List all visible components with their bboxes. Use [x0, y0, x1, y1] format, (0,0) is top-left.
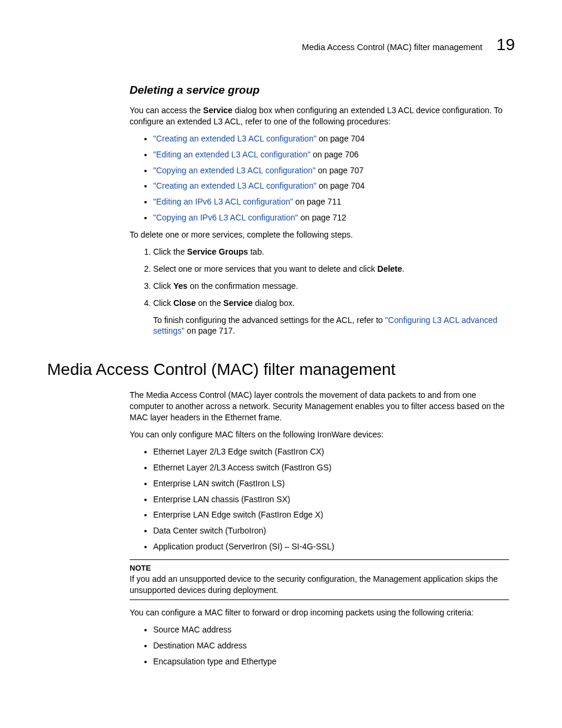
text: on page 711 — [293, 197, 341, 206]
page: Media Access Control (MAC) filter manage… — [0, 0, 562, 728]
text: dialog box. — [253, 298, 295, 308]
xref-link[interactable]: "Copying an IPv6 L3 ACL configuration" — [153, 213, 298, 222]
text: on page 717. — [184, 326, 235, 335]
text: tab. — [248, 247, 264, 256]
content-area-2: The Media Access Control (MAC) layer con… — [130, 390, 509, 667]
list-item: "Editing an IPv6 L3 ACL configuration" o… — [153, 196, 509, 207]
bold: Close — [173, 298, 196, 308]
xref-link[interactable]: "Creating an extended L3 ACL configurati… — [153, 134, 316, 143]
device-list: Ethernet Layer 2/L3 Edge switch (FastIro… — [130, 446, 509, 552]
section-heading-deleting: Deleting a service group — [130, 84, 509, 97]
xref-link[interactable]: "Editing an extended L3 ACL configuratio… — [153, 150, 310, 159]
text: on page 704 — [316, 134, 365, 143]
bold: Yes — [173, 281, 187, 291]
text: Click — [153, 281, 173, 291]
step4-sub: To finish configuring the advanced setti… — [153, 315, 509, 337]
xref-link[interactable]: "Copying an extended L3 ACL configuratio… — [153, 166, 316, 175]
content-area: Deleting a service group You can access … — [130, 84, 509, 337]
bold: Delete — [378, 264, 402, 274]
step-3: Click Yes on the confirmation message. — [153, 281, 509, 292]
bold-service: Service — [203, 106, 233, 115]
bold: Service — [223, 298, 253, 308]
list-item: "Creating an extended L3 ACL configurati… — [153, 180, 509, 192]
list-item: Enterprise LAN chassis (FastIron SX) — [153, 494, 509, 505]
main-heading-mac: Media Access Control (MAC) filter manage… — [47, 360, 515, 379]
header-title: Media Access Control (MAC) filter manage… — [302, 42, 482, 52]
mac-para2: You can only configure MAC filters on th… — [130, 429, 509, 440]
text: Select one or more services that you wan… — [153, 264, 378, 274]
text: on page 707 — [316, 166, 364, 175]
list-item: Encapsulation type and Ethertype — [153, 656, 509, 667]
xref-link[interactable]: "Creating an extended L3 ACL configurati… — [153, 181, 316, 190]
page-header: Media Access Control (MAC) filter manage… — [47, 35, 515, 54]
text: Click the — [153, 247, 187, 256]
list-item: "Copying an extended L3 ACL configuratio… — [153, 165, 509, 176]
list-item: Ethernet Layer 2/L3 Edge switch (FastIro… — [153, 446, 509, 457]
list-item: Enterprise LAN switch (FastIron LS) — [153, 478, 509, 489]
text: on the confirmation message. — [187, 281, 298, 291]
step-list: Click the Service Groups tab. Select one… — [130, 246, 509, 337]
intro-paragraph: You can access the Service dialog box wh… — [130, 105, 509, 127]
text: To finish configuring the advanced setti… — [153, 315, 385, 325]
step-2: Select one or more services that you wan… — [153, 263, 509, 275]
list-item: Data Center switch (TurboIron) — [153, 525, 509, 536]
steps-intro: To delete one or more services, complete… — [130, 229, 509, 241]
note-title: NOTE — [130, 564, 509, 572]
xref-link[interactable]: "Editing an IPv6 L3 ACL configuration" — [153, 197, 293, 206]
text: . — [402, 264, 405, 274]
mac-para1: The Media Access Control (MAC) layer con… — [130, 390, 509, 423]
list-item: "Creating an extended L3 ACL configurati… — [153, 133, 509, 144]
list-item: "Editing an extended L3 ACL configuratio… — [153, 149, 509, 160]
step-1: Click the Service Groups tab. — [153, 246, 509, 258]
list-item: Ethernet Layer 2/L3 Access switch (FastI… — [153, 462, 509, 473]
note-block: NOTE If you add an unsupported device to… — [130, 559, 509, 600]
bold: Service Groups — [187, 247, 249, 256]
text: on page 712 — [298, 213, 346, 222]
criteria-list: Source MAC address Destination MAC addre… — [130, 624, 509, 667]
text: on page 704 — [316, 181, 365, 190]
list-item: "Copying an IPv6 L3 ACL configuration" o… — [153, 212, 509, 223]
text: Click — [153, 298, 173, 308]
link-list: "Creating an extended L3 ACL configurati… — [130, 133, 509, 223]
list-item: Destination MAC address — [153, 640, 509, 651]
mac-para3: You can configure a MAC filter to forwar… — [130, 607, 509, 618]
text: You can access the — [130, 106, 203, 115]
list-item: Source MAC address — [153, 624, 509, 635]
note-body: If you add an unsupported device to the … — [130, 574, 509, 596]
list-item: Application product (ServerIron (SI) – S… — [153, 541, 509, 552]
text: on page 706 — [310, 150, 359, 159]
step-4: Click Close on the Service dialog box. T… — [153, 298, 509, 337]
chapter-number: 19 — [497, 35, 515, 54]
text: on the — [196, 298, 223, 308]
list-item: Enterprise LAN Edge switch (FastIron Edg… — [153, 509, 509, 521]
